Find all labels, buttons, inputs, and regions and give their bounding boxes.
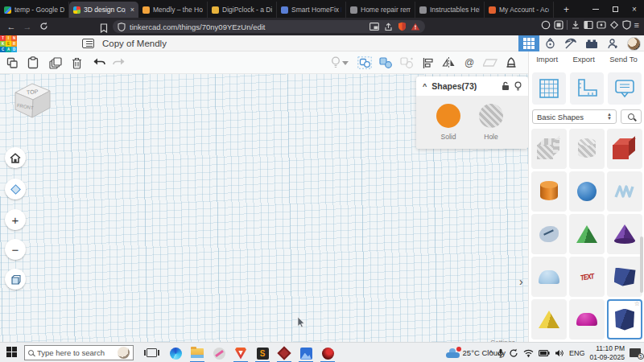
- zoom-in-button[interactable]: +: [5, 209, 26, 230]
- view-cube[interactable]: TOP FRONT: [10, 80, 55, 125]
- shape-polygon[interactable]: [607, 257, 642, 297]
- notes-button[interactable]: @: [462, 56, 477, 70]
- perspective-toggle-button[interactable]: [5, 269, 26, 290]
- warning-triangle-icon[interactable]: [411, 22, 420, 31]
- shape-cone[interactable]: [607, 214, 642, 254]
- network-icon[interactable]: [523, 349, 534, 357]
- hand-tool-button[interactable]: [539, 35, 560, 51]
- category-select[interactable]: Basic Shapes ▲▼: [532, 109, 617, 124]
- duplicate-button[interactable]: [48, 56, 63, 70]
- taskbar-app-file-explorer[interactable]: [188, 346, 207, 360]
- show-all-dropdown-icon[interactable]: [341, 56, 349, 70]
- tab-instructables[interactable]: Instructables Help: [415, 2, 485, 18]
- notes-tool[interactable]: [608, 72, 642, 105]
- avg-shield-icon[interactable]: [397, 22, 407, 31]
- shape-roof[interactable]: [569, 214, 605, 254]
- home-view-button[interactable]: [5, 147, 26, 168]
- ruler-tool[interactable]: [570, 72, 604, 105]
- workplane-button[interactable]: [483, 56, 497, 70]
- back-icon[interactable]: ←: [3, 22, 19, 31]
- url-text[interactable]: tinkercad.com/things/70ny09YEzUn/edit: [130, 23, 365, 31]
- sidebar-toggle-icon[interactable]: [584, 20, 593, 30]
- shape-sphere[interactable]: [569, 171, 605, 212]
- tab-google-drive[interactable]: temp - Google Drive: [0, 2, 69, 18]
- extension-circle-icon[interactable]: [541, 20, 551, 30]
- bookmark-icon[interactable]: [100, 22, 108, 36]
- edit-group-button[interactable]: [399, 56, 414, 70]
- ruler-button[interactable]: [504, 56, 518, 70]
- picture-in-picture-icon[interactable]: [369, 22, 379, 31]
- diamond-extension-icon[interactable]: [609, 20, 619, 30]
- brick-export-button[interactable]: [581, 35, 602, 51]
- group-button[interactable]: [357, 56, 372, 70]
- tab-my-account[interactable]: My Account - Access...: [485, 2, 554, 18]
- lock-icon[interactable]: [502, 81, 510, 91]
- sync-icon[interactable]: [509, 348, 518, 358]
- taskbar-app-pink[interactable]: [209, 346, 229, 360]
- mirror-button[interactable]: [441, 56, 456, 70]
- shape-box-hole[interactable]: [531, 129, 567, 169]
- taskbar-app-sharex[interactable]: S: [253, 346, 272, 360]
- share-icon[interactable]: [383, 22, 393, 31]
- tab-digipclock[interactable]: DigiPclock - a Digital...: [208, 2, 277, 18]
- microphone-icon[interactable]: [497, 348, 504, 358]
- url-bar[interactable]: tinkercad.com/things/70ny09YEzUn/edit: [113, 20, 425, 33]
- tab-smart-homefix[interactable]: Smart HomeFix Remi...: [277, 2, 346, 18]
- design-menu-icon[interactable]: [82, 39, 94, 48]
- profile-button[interactable]: [623, 35, 644, 51]
- shape-scribble[interactable]: [531, 214, 567, 254]
- solid-swatch[interactable]: [436, 104, 460, 128]
- minecraft-export-button[interactable]: [560, 35, 581, 51]
- sidebar-collapse-handle[interactable]: ›: [519, 275, 523, 288]
- fit-view-button[interactable]: [5, 179, 26, 200]
- download-icon[interactable]: [571, 20, 580, 30]
- close-window-button[interactable]: ×: [625, 0, 644, 18]
- start-button[interactable]: [6, 347, 18, 358]
- hole-swatch[interactable]: [479, 104, 503, 128]
- taskbar-app-edge[interactable]: [166, 346, 185, 360]
- close-tab-icon[interactable]: ×: [129, 6, 134, 14]
- shape-pyramid[interactable]: [531, 299, 567, 339]
- clock[interactable]: 11:10 PM 01-09-2025: [590, 344, 625, 361]
- design-canvas[interactable]: TOP FRONT + − ^ Shapes(73): [0, 74, 528, 342]
- menu-icon[interactable]: ≡: [634, 20, 639, 30]
- lightbulb-icon[interactable]: [514, 81, 522, 91]
- container-icon[interactable]: [597, 20, 606, 30]
- undo-button[interactable]: [92, 56, 106, 70]
- favorite-star-icon[interactable]: ☆: [634, 300, 640, 307]
- tracking-shield-icon[interactable]: [118, 23, 126, 31]
- align-button[interactable]: [420, 56, 435, 70]
- battery-icon[interactable]: [539, 350, 550, 356]
- zoom-out-button[interactable]: −: [5, 239, 26, 260]
- search-shapes-button[interactable]: [621, 109, 642, 124]
- new-tab-button[interactable]: +: [560, 2, 572, 18]
- shape-half-sphere[interactable]: [569, 299, 605, 339]
- shape-text[interactable]: TEXT: [569, 257, 605, 297]
- shape-hexagonal-prism[interactable]: ☆: [607, 299, 642, 339]
- speaker-icon[interactable]: [555, 349, 564, 357]
- delete-button[interactable]: [69, 56, 84, 70]
- share-user-button[interactable]: [602, 35, 623, 51]
- taskbar-app-photos[interactable]: [296, 346, 316, 360]
- tray-expand-icon[interactable]: ^: [489, 349, 493, 357]
- language-indicator[interactable]: ENG: [569, 349, 585, 357]
- notification-center-icon[interactable]: 5: [630, 348, 641, 357]
- sidebar-scrollbar[interactable]: [640, 237, 643, 293]
- protection-shield-icon[interactable]: [622, 20, 631, 30]
- tab-home-repair[interactable]: Home repair reminde...: [346, 2, 415, 18]
- blocks-view-button[interactable]: [518, 35, 539, 51]
- export-button[interactable]: Export: [572, 55, 594, 64]
- forward-icon[interactable]: →: [19, 22, 35, 31]
- taskbar-app-red-circle[interactable]: [318, 346, 337, 360]
- shape-squiggle[interactable]: [607, 171, 642, 212]
- shape-paraboloid[interactable]: [531, 257, 567, 297]
- shape-cylinder[interactable]: [531, 171, 567, 212]
- reload-icon[interactable]: [35, 22, 52, 32]
- tinkercad-logo[interactable]: TIN KER CAD: [0, 35, 17, 52]
- redo-button[interactable]: [111, 56, 126, 70]
- extension-box-icon[interactable]: [554, 20, 564, 30]
- send-to-button[interactable]: Send To: [609, 55, 638, 64]
- taskbar-app-brave[interactable]: [231, 346, 250, 360]
- taskbar-app-diamond[interactable]: [275, 346, 294, 360]
- search-highlight-icon[interactable]: [118, 347, 130, 359]
